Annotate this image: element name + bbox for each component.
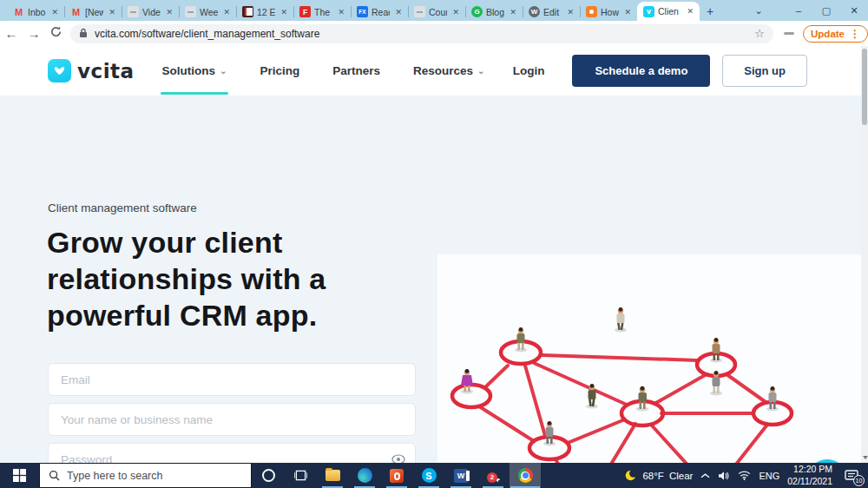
name-field[interactable]	[48, 403, 416, 436]
signup-form: Start free trial	[48, 363, 416, 463]
update-button[interactable]: Update ⋮	[803, 25, 868, 43]
cortana-icon	[262, 469, 275, 482]
tab-client-active[interactable]: v Clien ✕	[637, 2, 700, 21]
chevron-up-icon[interactable]	[700, 472, 710, 479]
url-text[interactable]: vcita.com/software/client_management_sof…	[95, 28, 747, 40]
whatsapp-button[interactable]: 2	[477, 463, 509, 488]
tab-close-icon[interactable]: ✕	[107, 7, 117, 17]
tab-edit[interactable]: W Edit ✕	[523, 3, 580, 21]
schedule-demo-button[interactable]: Schedule a demo	[572, 55, 710, 87]
nav-label: Pricing	[260, 64, 299, 77]
taskbar-search-box[interactable]: Type here to search	[39, 463, 252, 488]
search-placeholder-text: Type here to search	[67, 470, 162, 482]
wifi-icon[interactable]	[738, 471, 751, 480]
tab-course[interactable]: Cour ✕	[408, 3, 465, 21]
tab-week[interactable]: Wee ✕	[179, 3, 236, 21]
nav-item-resources[interactable]: Resources ⌄	[413, 64, 484, 77]
tab-inbox[interactable]: M Inbo ✕	[7, 3, 64, 21]
forward-button[interactable]: →	[23, 26, 45, 41]
task-view-button[interactable]	[285, 463, 316, 488]
tab-title: Inbo	[28, 7, 46, 17]
nav-item-solutions[interactable]: Solutions ⌄	[162, 64, 227, 77]
vcita-favicon: v	[643, 6, 654, 17]
nav-label: Solutions	[162, 64, 216, 77]
tab-blog[interactable]: G Blog ✕	[465, 3, 523, 21]
file-explorer-button[interactable]	[317, 463, 348, 488]
minimize-button[interactable]: –	[785, 5, 812, 16]
tab-close-icon[interactable]: ✕	[336, 7, 346, 17]
email-field[interactable]	[48, 363, 416, 396]
nav-item-pricing[interactable]: Pricing	[260, 64, 299, 77]
skype-icon: S	[422, 468, 437, 483]
windows-logo-icon	[13, 469, 26, 482]
vcita-logo[interactable]: vcita	[48, 59, 135, 82]
show-password-eye-icon[interactable]	[391, 452, 405, 463]
signup-button[interactable]: Sign up	[722, 55, 807, 87]
scrollbar-down-arrow[interactable]	[863, 456, 868, 459]
tab-strip: M Inbo ✕ M [New ✕ Vide ✕ Wee ✕ 12 E	[0, 0, 868, 21]
network-people-illustration	[427, 254, 861, 463]
tab-list: M Inbo ✕ M [New ✕ Vide ✕ Wee ✕ 12 E	[0, 0, 713, 21]
gmail-favicon: M	[70, 6, 82, 17]
headline-line: powerful CRM app.	[47, 297, 326, 333]
edge-icon	[358, 468, 372, 483]
tab-new-message[interactable]: M [New ✕	[64, 3, 122, 21]
new-tab-button[interactable]: +	[707, 4, 713, 18]
tab-close-icon[interactable]: ✕	[622, 7, 633, 17]
tab-title: 12 E	[257, 7, 275, 17]
office-icon	[390, 469, 404, 483]
close-button[interactable]: ✕	[840, 5, 868, 16]
maximize-button[interactable]: ▢	[812, 5, 840, 16]
start-button[interactable]	[0, 463, 39, 488]
tab-close-icon[interactable]: ✕	[164, 7, 174, 17]
tab-close-icon[interactable]: ✕	[393, 7, 404, 17]
site-nav-links: Solutions ⌄ Pricing Partners Resources ⌄	[162, 64, 485, 77]
tab-the[interactable]: F The ✕	[293, 3, 351, 21]
tab-close-icon[interactable]: ✕	[221, 7, 232, 17]
speaker-icon[interactable]	[718, 471, 730, 481]
tab-close-icon[interactable]: ✕	[565, 7, 575, 17]
generic-favicon	[128, 6, 139, 17]
tab-title: [New	[85, 7, 103, 17]
tab-close-icon[interactable]: ✕	[49, 7, 60, 17]
orange-favicon	[586, 6, 597, 17]
cortana-button[interactable]	[253, 463, 284, 488]
fx-favicon: FX	[357, 6, 368, 17]
tab-close-icon[interactable]: ✕	[450, 7, 461, 17]
nav-item-partners[interactable]: Partners	[332, 64, 380, 77]
address-bar[interactable]: vcita.com/software/client_management_sof…	[70, 24, 773, 43]
tab-title: The	[314, 7, 332, 17]
skype-button[interactable]: S	[413, 463, 444, 488]
tab-close-icon[interactable]: ✕	[508, 7, 518, 17]
tab-close-icon[interactable]: ✕	[685, 6, 695, 16]
action-center-button[interactable]: 10	[840, 466, 863, 485]
tab-how[interactable]: How ✕	[580, 3, 637, 21]
tab-read[interactable]: FX Read ✕	[351, 3, 408, 21]
scrollbar-thumb[interactable]	[862, 49, 867, 125]
tab-title: Vide	[142, 7, 161, 17]
weather-widget[interactable]: 68°F Clear	[624, 469, 693, 482]
back-button[interactable]: ←	[0, 26, 23, 41]
chevron-down-icon: ⌄	[477, 66, 484, 76]
password-field[interactable]	[48, 443, 416, 463]
reload-button[interactable]	[45, 25, 68, 42]
edge-button[interactable]	[349, 463, 380, 488]
bookmark-star-icon[interactable]: ☆	[754, 27, 765, 40]
tab-search-chevron-icon[interactable]: ⌄	[745, 5, 773, 16]
chrome-button[interactable]	[510, 463, 541, 488]
tab-video[interactable]: Vide ✕	[122, 3, 179, 21]
page-scrollbar[interactable]	[861, 46, 868, 463]
extension-icon[interactable]	[784, 32, 794, 35]
menu-dots-icon[interactable]: ⋮	[850, 28, 860, 40]
office-button[interactable]	[381, 463, 412, 488]
login-link[interactable]: Login	[513, 64, 545, 77]
tab-close-icon[interactable]: ✕	[279, 7, 289, 17]
vcita-logo-text: vcita	[77, 60, 135, 82]
word-icon: W	[454, 469, 468, 483]
taskbar-clock[interactable]: 12:20 PM 02/11/2021	[787, 464, 832, 486]
word-button[interactable]: W	[445, 463, 477, 488]
whatsapp-badge: 2	[487, 472, 497, 483]
language-indicator[interactable]: ENG	[759, 471, 779, 481]
tab-12e[interactable]: 12 E ✕	[236, 3, 293, 21]
weather-temp: 68°F	[642, 471, 663, 481]
